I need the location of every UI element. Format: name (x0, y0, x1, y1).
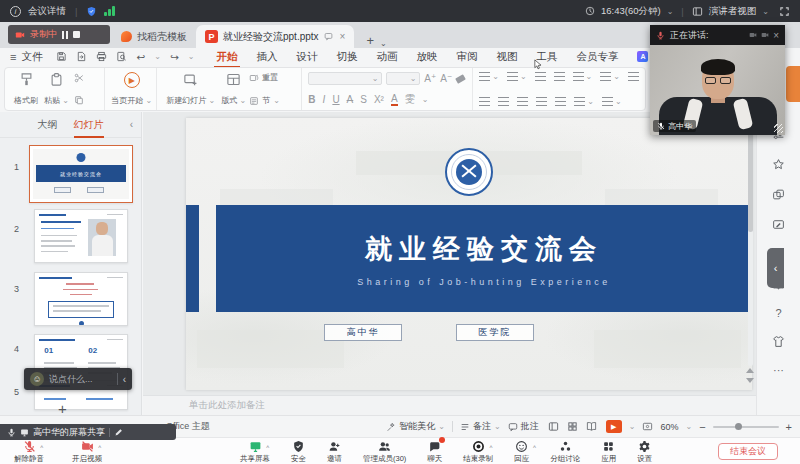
tab-list-chevron-icon[interactable]: ⌄ (380, 39, 387, 48)
text-direction-icon[interactable]: ⌄ (573, 72, 593, 81)
end-meeting-button[interactable]: 结束会议 (718, 443, 778, 460)
slide-sorter-view-icon[interactable] (567, 421, 578, 432)
tab-transition[interactable]: 切换 (336, 50, 357, 64)
shrink-font-button[interactable]: A⁻ (440, 73, 452, 84)
line-spacing-icon[interactable]: ⌄ (600, 72, 620, 81)
font-color-button[interactable]: A (391, 93, 398, 106)
save-icon[interactable] (56, 51, 67, 62)
slide-thumbnail-1[interactable]: 就业经验交流会 (29, 145, 133, 203)
help-icon[interactable]: ? (775, 308, 781, 318)
superscript-button[interactable]: X² (374, 94, 384, 105)
new-tab-button[interactable]: + (366, 33, 374, 48)
layout-button[interactable]: 版式 ⌄ (221, 72, 246, 106)
history-chevron-icon[interactable]: ⌄ (188, 52, 195, 61)
stop-recording-button[interactable]: ˄ 结束录制 (463, 440, 493, 464)
comment-bubble-icon[interactable] (324, 32, 333, 41)
start-current-button[interactable]: 当页开始 ⌄ (111, 95, 152, 106)
smiley-icon[interactable]: ☺ (30, 372, 44, 386)
screen-share-indicator[interactable]: 高中华的屏幕共享 (0, 424, 176, 440)
decrease-indent-icon[interactable] (535, 72, 546, 81)
collapse-right-panel-tab[interactable]: ‹ (767, 248, 784, 288)
info-icon[interactable]: i (10, 6, 21, 17)
font-family-select[interactable]: ⌄ (308, 72, 382, 85)
meeting-details-label[interactable]: 会议详情 (28, 5, 66, 18)
quick-chat-bubble[interactable]: ☺ 说点什么... ‹ (24, 368, 132, 390)
video-panel[interactable]: 正在讲话: × 高中华 (650, 25, 785, 135)
view-mode-label[interactable]: 演讲者视图 (709, 5, 757, 18)
video-layout-icon[interactable] (749, 31, 757, 39)
next-slide-button[interactable] (746, 378, 754, 383)
underline-button[interactable]: U (332, 94, 339, 105)
current-slide[interactable]: UNIVERSITY OF SCIENCE & TECHNOLOGY 就业经验交… (186, 118, 752, 390)
numbered-list-icon[interactable]: ⌄ (507, 72, 527, 81)
redo-icon[interactable]: ↪ (170, 51, 179, 63)
chat-placeholder[interactable]: 说点什么... (49, 373, 112, 386)
chat-button[interactable]: 聊天 (427, 440, 442, 464)
close-tab-icon[interactable]: × (340, 31, 346, 42)
collapse-chat-icon[interactable]: ‹ (123, 374, 126, 385)
resize-handle[interactable] (774, 124, 783, 133)
reading-view-icon[interactable] (586, 421, 597, 432)
network-signal-icon[interactable] (104, 6, 115, 16)
zoom-in-button[interactable]: + (786, 421, 792, 433)
export-icon[interactable] (76, 51, 87, 62)
invite-button[interactable]: 邀请 (327, 440, 342, 464)
zoom-out-button[interactable]: − (699, 421, 705, 433)
justify-icon[interactable] (536, 97, 547, 106)
align-right-icon[interactable] (517, 97, 528, 106)
video-panel-header[interactable]: 正在讲话: × (650, 25, 785, 45)
comments-button[interactable]: 批注 (508, 420, 539, 433)
copy-icon[interactable] (74, 95, 84, 105)
apps-button[interactable]: 应用 (601, 440, 616, 464)
tab-template-store[interactable]: 找稻壳模板 (112, 25, 196, 48)
new-slide-button[interactable]: 新建幻灯片 ⌄ (166, 72, 215, 106)
slide-thumbnail-2[interactable] (34, 209, 128, 263)
fit-to-window-icon[interactable] (642, 421, 653, 432)
rotate-icon[interactable]: ⌄ (602, 97, 622, 106)
participant-video[interactable]: 高中华 (650, 45, 785, 135)
play-options-chevron-icon[interactable]: ⌄ (629, 422, 636, 431)
annotation-pen-icon[interactable] (772, 218, 785, 231)
align-left-icon[interactable] (479, 97, 490, 106)
tab-animation[interactable]: 动画 (376, 50, 397, 64)
outline-tab[interactable]: 大纲 (38, 118, 58, 132)
canvas-scrollbar[interactable] (748, 116, 753, 366)
zoom-level[interactable]: 60% (660, 422, 678, 432)
reset-button[interactable]: 重置 (249, 72, 280, 83)
font-size-select[interactable]: ⌄ (386, 72, 420, 85)
tab-slideshow[interactable]: 放映 (416, 50, 437, 64)
settings-button[interactable]: 设置 (637, 440, 652, 464)
more-icon[interactable]: ··· (773, 365, 784, 375)
share-screen-button[interactable]: ˄ 共享屏幕 (240, 440, 270, 464)
fullscreen-icon[interactable] (779, 6, 790, 17)
reactions-button[interactable]: ˄ 回应 (514, 440, 529, 464)
section-button[interactable]: 节 ⌄ (249, 95, 280, 106)
slides-tab[interactable]: 幻灯片 (74, 118, 104, 132)
favorites-star-icon[interactable] (772, 158, 785, 171)
zoom-slider-handle[interactable] (735, 423, 742, 430)
strikethrough-button[interactable]: A (347, 94, 354, 105)
breakout-rooms-button[interactable]: 分组讨论 (550, 440, 580, 464)
increase-indent-icon[interactable] (554, 72, 565, 81)
tab-document[interactable]: P 就业经验交流ppt.pptx × (196, 25, 354, 48)
zoom-slider[interactable] (713, 426, 779, 428)
manage-members-button[interactable]: 管理成员(30) (363, 440, 406, 464)
tab-view[interactable]: 视图 (496, 50, 517, 64)
tab-insert[interactable]: 插入 (256, 50, 277, 64)
clear-format-icon[interactable] (455, 74, 466, 84)
pause-recording-button[interactable] (62, 31, 68, 39)
bold-button[interactable]: B (308, 94, 315, 105)
tab-home[interactable]: 开始 (216, 50, 237, 64)
normal-view-icon[interactable] (548, 421, 559, 432)
slide-canvas[interactable]: UNIVERSITY OF SCIENCE & TECHNOLOGY 就业经验交… (143, 112, 756, 395)
print-icon[interactable] (96, 51, 107, 62)
add-slide-button[interactable]: + (58, 400, 67, 415)
text-effect-button[interactable]: 雯 (405, 92, 415, 106)
collapse-panel-icon[interactable]: ‹ (130, 119, 133, 130)
skin-theme-icon[interactable] (772, 335, 785, 348)
tab-review[interactable]: 审阅 (456, 50, 477, 64)
bullet-list-icon[interactable]: ⌄ (479, 72, 499, 81)
undo-chevron-icon[interactable]: ⌄ (154, 52, 161, 61)
meeting-timer[interactable]: 16:43(60分钟) (601, 5, 661, 18)
distribute-icon[interactable] (555, 97, 566, 106)
